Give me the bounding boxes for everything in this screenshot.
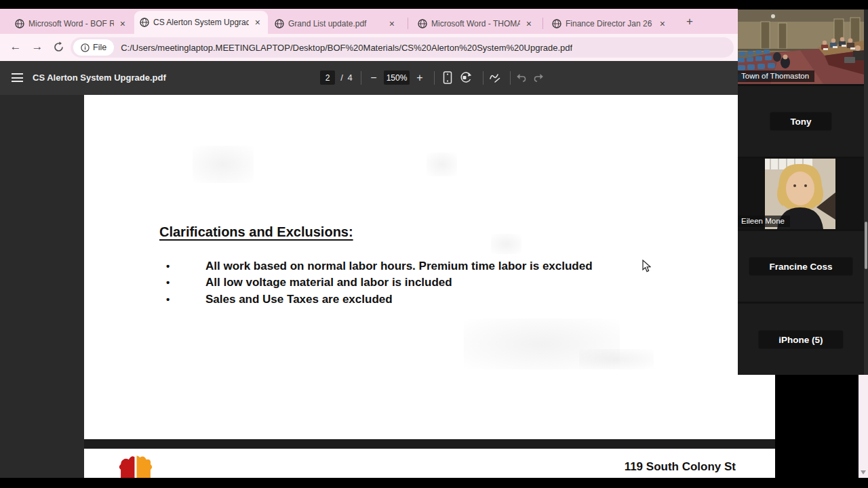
participants-scrollbar-thumb[interactable]: [865, 222, 867, 269]
tab-close-icon[interactable]: ×: [118, 18, 127, 29]
redo-button[interactable]: [533, 73, 545, 83]
menu-icon[interactable]: [12, 73, 23, 82]
pdf-page-3: 119 South Colony St: [84, 449, 775, 478]
zoom-in-button[interactable]: +: [413, 70, 427, 85]
address-bar[interactable]: File C:/Users/meetinglaptop.MEETINGLAPTO…: [71, 37, 734, 58]
tab-close-icon[interactable]: ×: [387, 18, 397, 29]
participant-name-label: Francine Coss: [749, 258, 852, 276]
page-number-input[interactable]: 2: [320, 70, 335, 85]
participant-name-label: Town of Thomaston: [738, 70, 814, 82]
rotate-button[interactable]: [460, 71, 473, 84]
page-total: 4: [346, 70, 354, 85]
tab-close-icon[interactable]: ×: [658, 18, 667, 29]
bullet-dot: •: [166, 293, 205, 305]
tab-finance-director[interactable]: Finance Director Jan 26 report.p ×: [547, 13, 673, 34]
toolbar-separator: [434, 71, 435, 85]
participant-tile-iphone[interactable]: iPhone (5): [738, 304, 864, 375]
undo-button[interactable]: [515, 73, 527, 83]
pdf-toolbar: CS Alerton System Upgrade.pdf 2 / 4 − 15…: [0, 61, 738, 95]
new-tab-button[interactable]: +: [682, 14, 697, 29]
browser-tab-strip: Microsoft Word - BOF Regular × CS Alerto…: [0, 9, 738, 34]
tab-separator: [542, 18, 543, 29]
browser-navbar: ← → File C:/Users/meetinglaptop.MEETINGL…: [0, 34, 738, 61]
participant-tile-tony[interactable]: Tony: [738, 86, 864, 157]
document-heading: Clarifications and Exclusions:: [159, 224, 353, 240]
bullet-dot: •: [166, 277, 205, 288]
info-icon: [81, 43, 90, 52]
browser-scrollbar[interactable]: [859, 375, 868, 478]
zoom-out-button[interactable]: −: [367, 70, 380, 85]
next-page-address: 119 South Colony St: [625, 460, 736, 474]
zoom-level-input[interactable]: 150%: [384, 70, 410, 85]
globe-favicon-icon: [552, 19, 561, 28]
participant-name-label: iPhone (5): [758, 330, 843, 348]
globe-favicon-icon: [140, 18, 149, 27]
participant-tile-francine-coss[interactable]: Francine Coss: [738, 231, 864, 302]
scroll-down-arrow-icon[interactable]: [861, 470, 866, 474]
pdf-document-title: CS Alerton System Upgrade.pdf: [33, 73, 166, 83]
draw-annotation-button[interactable]: [489, 72, 501, 83]
tab-title: Microsoft Word - BOF Regular: [28, 19, 114, 28]
tab-word-bof-regular[interactable]: Microsoft Word - BOF Regular ×: [9, 13, 133, 34]
tab-title: Grand List update.pdf: [288, 19, 383, 28]
page-gap: [84, 439, 775, 449]
globe-favicon-icon: [275, 19, 284, 28]
pdf-content-area[interactable]: Clarifications and Exclusions: •All work…: [0, 95, 738, 478]
mouse-cursor: [642, 260, 651, 272]
toolbar-separator: [483, 71, 484, 85]
company-logo: [114, 455, 157, 478]
toolbar-separator: [361, 71, 361, 85]
tab-close-icon[interactable]: ×: [524, 18, 534, 29]
file-scheme-chip[interactable]: File: [73, 39, 114, 56]
participants-scrollbar[interactable]: [864, 9, 868, 375]
bullet-dot: •: [166, 260, 205, 272]
fit-to-page-button[interactable]: [442, 71, 453, 84]
globe-favicon-icon: [15, 19, 24, 28]
file-chip-label: File: [93, 43, 106, 52]
participant-name-label: Tony: [770, 113, 831, 131]
tab-separator: [408, 18, 408, 29]
tab-grand-list[interactable]: Grand List update.pdf ×: [269, 13, 402, 34]
back-button[interactable]: ←: [8, 40, 23, 54]
meeting-participants-panel: Town of Thomaston Tony Eileen Mone Franc…: [738, 9, 868, 375]
forward-button[interactable]: →: [30, 40, 45, 54]
pdf-page-2: Clarifications and Exclusions: •All work…: [84, 95, 775, 439]
toolbar-separator: [510, 71, 511, 85]
document-bullet-2: •All low voltage material and labor is i…: [166, 276, 452, 289]
url-text[interactable]: C:/Users/meetinglaptop.MEETINGLAPTOP/Des…: [121, 43, 572, 53]
globe-favicon-icon: [418, 19, 427, 28]
tab-title: CS Alerton System Upgrade.pdf: [153, 18, 249, 27]
document-bullet-1: •All work based on normal labor hours. P…: [166, 260, 593, 273]
document-bullet-3: •Sales and Use Taxes are excluded: [166, 293, 393, 306]
tab-title: Finance Director Jan 26 report.p: [566, 19, 654, 28]
participant-name-label: Eileen Mone: [738, 216, 790, 227]
tab-cs-alerton-active[interactable]: CS Alerton System Upgrade.pdf ×: [134, 11, 268, 34]
participant-tile-eileen-mone[interactable]: Eileen Mone: [738, 159, 864, 229]
page-divider: /: [338, 70, 346, 85]
participant-tile-town-of-thomaston[interactable]: Town of Thomaston: [738, 9, 864, 84]
tab-word-thomaston[interactable]: Microsoft Word - THOMASTON ×: [412, 13, 539, 34]
tab-close-icon[interactable]: ×: [253, 17, 262, 28]
refresh-button[interactable]: [53, 41, 64, 53]
tab-title: Microsoft Word - THOMASTON: [431, 19, 520, 28]
